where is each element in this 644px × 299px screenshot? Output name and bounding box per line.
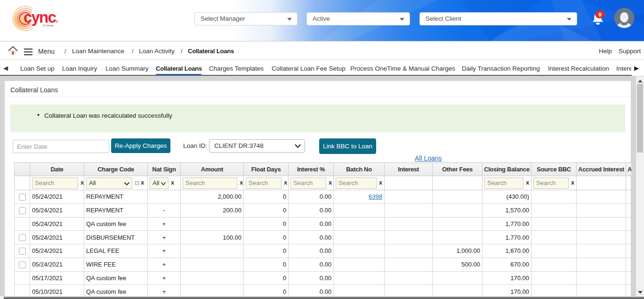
svg-text:®: ® <box>56 20 58 24</box>
svg-text:cync: cync <box>24 8 56 26</box>
svg-text:It's Smart: It's Smart <box>43 24 54 27</box>
svg-text:0: 0 <box>598 12 601 17</box>
